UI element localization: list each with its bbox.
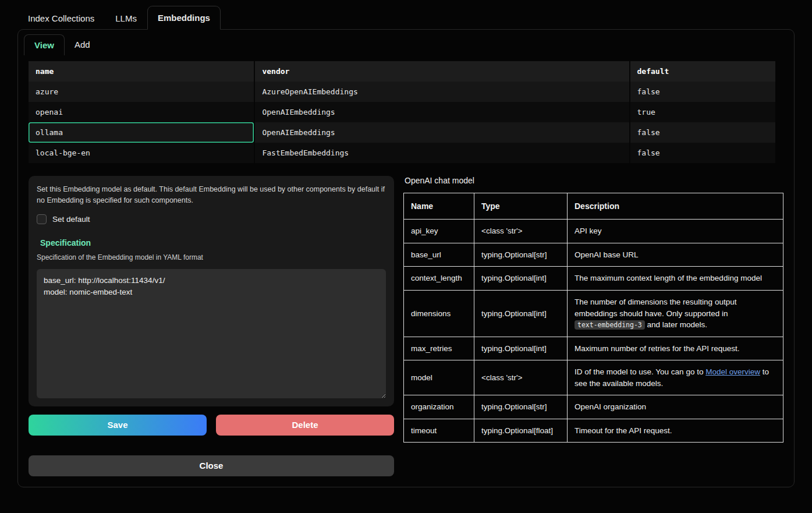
param-name: api_key xyxy=(404,220,474,243)
param-row-api_key: api_key<class 'str'>API key xyxy=(404,220,783,243)
param-type: <class 'str'> xyxy=(474,220,568,243)
param-type: <class 'str'> xyxy=(474,360,568,395)
param-description: The number of dimensions the resulting o… xyxy=(568,290,783,337)
tab-add[interactable]: Add xyxy=(65,34,100,55)
cell-vendor[interactable]: OpenAIEmbeddings xyxy=(254,122,629,143)
embeddings-row-azure[interactable]: azureAzureOpenAIEmbeddingsfalse xyxy=(29,82,775,102)
param-type: typing.Optional[str] xyxy=(474,243,568,267)
set-default-description: Set this Embedding model as default. Thi… xyxy=(37,184,386,206)
cell-default[interactable]: false xyxy=(630,143,775,163)
default-and-spec-card: Set this Embedding model as default. Thi… xyxy=(29,176,394,406)
params-column-header-name: Name xyxy=(404,193,474,220)
specification-textarea[interactable] xyxy=(37,269,386,398)
param-description: Timeout for the API request. xyxy=(568,419,783,443)
param-description: The maximum context length of the embedd… xyxy=(568,267,783,291)
cell-name[interactable]: local-bge-en xyxy=(29,143,254,163)
embeddings-row-openai[interactable]: openaiOpenAIEmbeddingstrue xyxy=(29,102,775,122)
params-column-header-type: Type xyxy=(474,193,568,220)
cell-vendor[interactable]: FastEmbedEmbeddings xyxy=(254,143,629,163)
embeddings-row-local-bge-en[interactable]: local-bge-enFastEmbedEmbeddingsfalse xyxy=(29,143,775,163)
set-default-label: Set default xyxy=(52,215,90,224)
param-name: dimensions xyxy=(404,290,474,337)
embedding-detail-column: Set this Embedding model as default. Thi… xyxy=(29,176,394,476)
column-header-default: default xyxy=(630,61,775,82)
cell-default[interactable]: false xyxy=(630,122,775,143)
params-header-row: Name Type Description xyxy=(404,193,783,220)
tab-embeddings[interactable]: Embeddings xyxy=(147,6,221,30)
cell-default[interactable]: false xyxy=(630,82,775,102)
param-name: timeout xyxy=(404,419,474,443)
model-params-column: OpenAI chat model Name Type Description … xyxy=(403,176,783,443)
top-tab-bar: Index Collections LLMs Embeddings xyxy=(0,0,812,29)
close-button[interactable]: Close xyxy=(29,455,394,476)
param-description: Maximum number of retries for the API re… xyxy=(568,337,783,360)
set-default-checkbox-row[interactable]: Set default xyxy=(37,214,90,224)
param-description: OpenAI base URL xyxy=(568,243,783,267)
cell-name[interactable]: openai xyxy=(29,102,254,122)
param-type: typing.Optional[float] xyxy=(474,419,568,443)
save-button[interactable]: Save xyxy=(29,415,207,436)
model-params-table: Name Type Description api_key<class 'str… xyxy=(403,193,783,443)
delete-button[interactable]: Delete xyxy=(216,415,394,436)
cell-vendor[interactable]: OpenAIEmbeddings xyxy=(254,102,629,122)
detail-area: Set this Embedding model as default. Thi… xyxy=(18,163,794,476)
param-type: typing.Optional[int] xyxy=(474,337,568,360)
param-row-max_retries: max_retriestyping.Optional[int]Maximum n… xyxy=(404,337,783,360)
embeddings-table-header-row: name vendor default xyxy=(29,61,775,82)
param-row-model: model<class 'str'>ID of the model to use… xyxy=(404,360,783,395)
param-type: typing.Optional[int] xyxy=(474,290,568,337)
embeddings-panel: View Add name vendor default azureAzureO… xyxy=(17,29,795,487)
specification-heading: Specification xyxy=(40,238,386,247)
embeddings-table: name vendor default azureAzureOpenAIEmbe… xyxy=(29,61,775,163)
param-row-organization: organizationtyping.Optional[str]OpenAI o… xyxy=(404,395,783,419)
embeddings-row-ollama[interactable]: ollamaOpenAIEmbeddingsfalse xyxy=(29,122,775,143)
cell-vendor[interactable]: AzureOpenAIEmbeddings xyxy=(254,82,629,102)
cell-name[interactable]: azure xyxy=(29,82,254,102)
param-type: typing.Optional[str] xyxy=(474,395,568,419)
param-row-base_url: base_urltyping.Optional[str]OpenAI base … xyxy=(404,243,783,267)
param-name: context_length xyxy=(404,267,474,291)
param-row-timeout: timeouttyping.Optional[float]Timeout for… xyxy=(404,419,783,443)
params-column-header-description: Description xyxy=(568,193,783,220)
model-params-title: OpenAI chat model xyxy=(405,176,783,185)
param-description: OpenAI organization xyxy=(568,395,783,419)
param-type: typing.Optional[int] xyxy=(474,267,568,291)
param-name: base_url xyxy=(404,243,474,267)
param-name: max_retries xyxy=(404,337,474,360)
cell-default[interactable]: true xyxy=(630,102,775,122)
action-button-row: Save Delete xyxy=(29,415,394,436)
param-description: ID of the model to use. You can go to Mo… xyxy=(568,360,783,395)
tab-index-collections[interactable]: Index Collections xyxy=(17,6,105,30)
column-header-vendor: vendor xyxy=(254,61,629,82)
param-name: model xyxy=(404,360,474,395)
set-default-checkbox[interactable] xyxy=(37,214,47,224)
param-description: API key xyxy=(568,220,783,243)
param-row-context_length: context_lengthtyping.Optional[int]The ma… xyxy=(404,267,783,291)
sub-tab-bar: View Add xyxy=(18,30,794,55)
param-name: organization xyxy=(404,395,474,419)
param-row-dimensions: dimensionstyping.Optional[int]The number… xyxy=(404,290,783,337)
specification-description: Specification of the Embedding model in … xyxy=(37,253,386,261)
inline-code: text-embedding-3 xyxy=(575,320,645,330)
cell-name[interactable]: ollama xyxy=(29,122,254,143)
embeddings-table-wrap: name vendor default azureAzureOpenAIEmbe… xyxy=(29,61,783,163)
column-header-name: name xyxy=(29,61,254,82)
model-overview-link[interactable]: Model overview xyxy=(705,367,760,376)
tab-view[interactable]: View xyxy=(24,34,65,55)
tab-llms[interactable]: LLMs xyxy=(105,6,147,30)
